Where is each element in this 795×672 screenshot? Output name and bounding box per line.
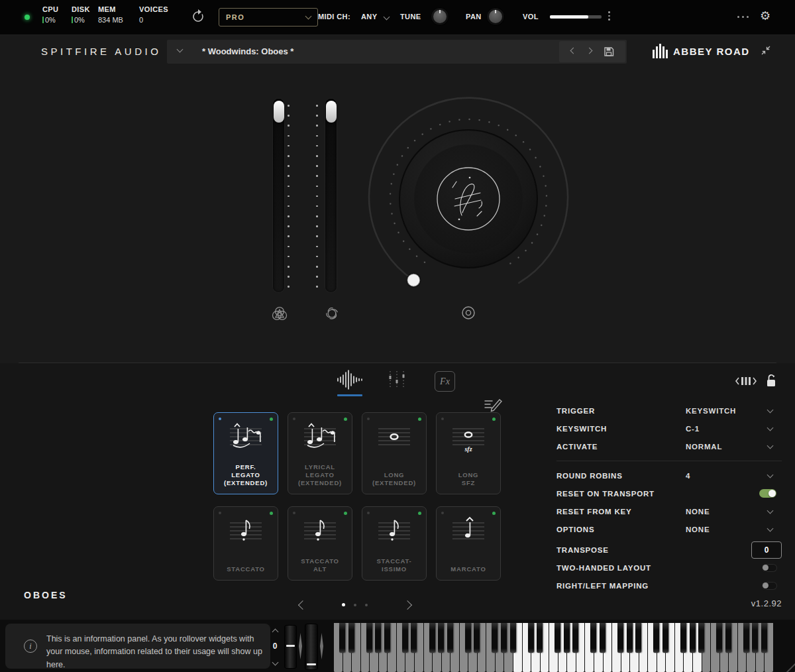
piano-key-black[interactable] bbox=[375, 623, 381, 653]
piano-key-black[interactable] bbox=[761, 623, 767, 653]
piano-key-black[interactable] bbox=[680, 623, 686, 653]
tab-mixer[interactable] bbox=[386, 370, 407, 392]
collapse-window-icon[interactable] bbox=[761, 45, 771, 58]
piano-key-black[interactable] bbox=[662, 623, 668, 653]
piano-key-black[interactable] bbox=[690, 623, 696, 653]
save-icon[interactable] bbox=[604, 46, 614, 57]
volume-slider[interactable] bbox=[550, 15, 602, 19]
preset-dropdown-icon[interactable] bbox=[177, 46, 184, 53]
piano-key-black[interactable] bbox=[564, 623, 570, 653]
pan-knob[interactable] bbox=[486, 7, 505, 26]
piano-key-black[interactable] bbox=[438, 623, 444, 653]
pager-dot[interactable] bbox=[365, 604, 368, 606]
articulation-cell[interactable]: PERF. LEGATO (EXTENDED) bbox=[213, 412, 278, 494]
transpose-input[interactable]: 0 bbox=[751, 541, 782, 559]
toggle-switch[interactable] bbox=[763, 565, 776, 571]
lock-icon[interactable] bbox=[765, 372, 777, 391]
piano-key-black[interactable] bbox=[725, 623, 731, 653]
piano-key-black[interactable] bbox=[402, 623, 408, 653]
piano-key-black[interactable] bbox=[743, 623, 749, 653]
articulation-cell[interactable]: sfzLONG SFZ bbox=[436, 412, 501, 494]
mode-dropdown[interactable]: PRO bbox=[219, 8, 318, 27]
piano-key-black[interactable] bbox=[537, 623, 543, 653]
knob-face bbox=[414, 144, 523, 253]
piano-key-black[interactable] bbox=[752, 623, 758, 653]
piano-key-black[interactable] bbox=[411, 623, 417, 653]
piano-key-black[interactable] bbox=[617, 623, 623, 653]
octave-down-icon[interactable] bbox=[272, 659, 278, 666]
piano-key-black[interactable] bbox=[698, 623, 704, 653]
piano-key-black[interactable] bbox=[474, 623, 480, 653]
piano-key-black[interactable] bbox=[348, 623, 354, 653]
chevron-down-icon[interactable] bbox=[767, 424, 774, 431]
piano-key-black[interactable] bbox=[635, 623, 641, 653]
piano-key-black[interactable] bbox=[492, 623, 498, 653]
preset-bar[interactable]: * Woodwinds: Oboes * bbox=[167, 40, 627, 64]
articulation-cell[interactable]: STACCAT- ISSIMO bbox=[362, 506, 427, 581]
piano-key-black[interactable] bbox=[339, 623, 345, 653]
setting-row[interactable]: TRIGGERKEYSWITCH bbox=[556, 402, 782, 420]
tab-fx[interactable]: Fx bbox=[435, 371, 455, 392]
next-preset-icon[interactable] bbox=[586, 48, 593, 54]
more-menu-icon[interactable] bbox=[737, 16, 749, 18]
piano-key-black[interactable] bbox=[627, 623, 633, 653]
pager-next-icon[interactable] bbox=[404, 599, 411, 611]
articulation-cell[interactable]: LONG (EXTENDED) bbox=[362, 412, 427, 494]
piano-key-black[interactable] bbox=[366, 623, 372, 653]
expression-slider[interactable] bbox=[273, 99, 284, 292]
piano-key-black[interactable] bbox=[555, 623, 560, 653]
gear-icon[interactable]: ⚙ bbox=[760, 9, 770, 23]
toggle-switch[interactable] bbox=[759, 489, 776, 498]
setting-row[interactable]: KEYSWITCHC-1 bbox=[556, 420, 782, 437]
dynamics-slider-handle[interactable] bbox=[326, 101, 337, 123]
articulation-pager bbox=[299, 596, 419, 614]
setting-row[interactable]: OPTIONSNONE bbox=[556, 520, 782, 538]
expression-slider-handle[interactable] bbox=[274, 101, 284, 123]
piano-key-black[interactable] bbox=[528, 623, 534, 653]
pager-dots bbox=[342, 603, 368, 606]
piano-key-black[interactable] bbox=[429, 623, 435, 653]
articulation-cell[interactable]: STACCATO ALT bbox=[288, 506, 352, 581]
piano-key-black[interactable] bbox=[716, 623, 722, 653]
pager-dot[interactable] bbox=[342, 603, 345, 606]
dynamics-slider[interactable] bbox=[325, 99, 337, 292]
articulation-cell[interactable]: MARCATO bbox=[436, 506, 501, 581]
chevron-down-icon[interactable] bbox=[767, 525, 774, 532]
piano-key-black[interactable] bbox=[384, 623, 390, 653]
long-notation-icon bbox=[376, 422, 412, 453]
toggle-switch[interactable] bbox=[763, 583, 776, 589]
knob-indicator-dot[interactable] bbox=[407, 274, 420, 287]
keyswitch-panel-icon[interactable] bbox=[734, 374, 758, 390]
prev-preset-icon[interactable] bbox=[570, 48, 576, 54]
piano-key-black[interactable] bbox=[590, 623, 596, 653]
piano-key-black[interactable] bbox=[600, 623, 606, 653]
chevron-down-icon[interactable] bbox=[767, 442, 774, 449]
piano-key-black[interactable] bbox=[572, 623, 578, 653]
piano-key-black[interactable] bbox=[501, 623, 507, 653]
volume-fill bbox=[550, 15, 588, 19]
piano-key-black[interactable] bbox=[465, 623, 471, 653]
articulation-cell[interactable]: LYRICAL LEGATO (EXTENDED) bbox=[288, 412, 352, 494]
piano-key-black[interactable] bbox=[510, 623, 516, 653]
octave-up-icon[interactable] bbox=[272, 629, 278, 636]
pager-prev-icon[interactable] bbox=[299, 599, 306, 611]
pitch-wheel[interactable] bbox=[285, 626, 296, 668]
vibrato-knob[interactable] bbox=[356, 85, 581, 323]
chevron-down-icon[interactable] bbox=[767, 406, 774, 413]
setting-row[interactable]: ROUND ROBINS4 bbox=[556, 467, 782, 484]
resize-grip[interactable] bbox=[773, 620, 795, 672]
chevron-down-icon[interactable] bbox=[767, 507, 774, 514]
piano-key-black[interactable] bbox=[653, 623, 659, 653]
articulation-cell[interactable]: STACCATO bbox=[213, 506, 278, 581]
volume-handle-icon[interactable] bbox=[608, 11, 610, 21]
chevron-down-icon[interactable] bbox=[767, 471, 774, 478]
refresh-icon[interactable] bbox=[191, 9, 205, 27]
setting-row[interactable]: ACTIVATENORMAL bbox=[556, 437, 782, 455]
midi-ch-dropdown[interactable]: ANY bbox=[361, 13, 389, 21]
piano-key-black[interactable] bbox=[447, 623, 453, 653]
tune-knob[interactable] bbox=[431, 7, 449, 26]
tab-articulations[interactable] bbox=[335, 370, 364, 392]
pager-dot[interactable] bbox=[354, 604, 356, 606]
mod-wheel[interactable] bbox=[305, 624, 317, 669]
setting-row[interactable]: RESET FROM KEYNONE bbox=[556, 502, 782, 520]
